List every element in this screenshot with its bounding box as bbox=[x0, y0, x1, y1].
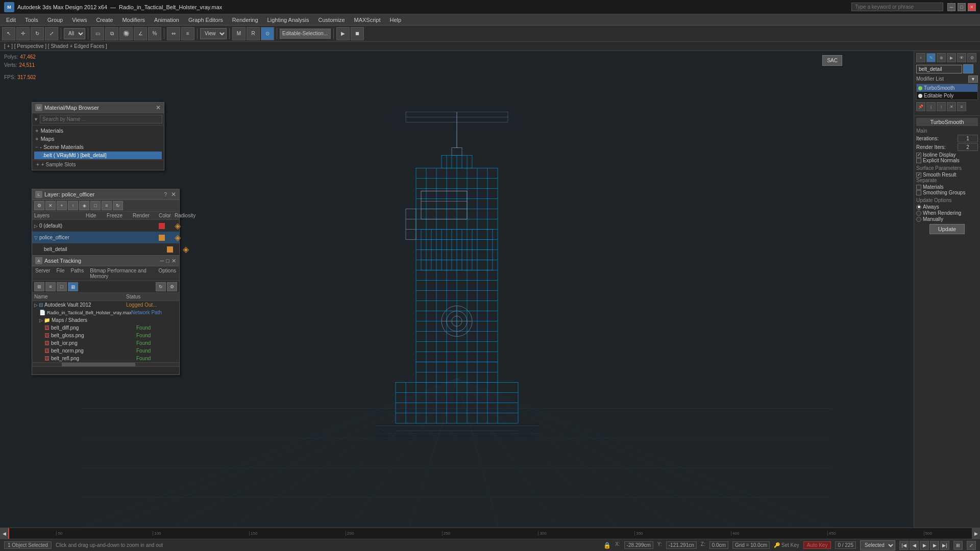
menu-tools[interactable]: Tools bbox=[21, 14, 42, 25]
menu-create[interactable]: Create bbox=[92, 14, 117, 25]
menu-rendering[interactable]: Rendering bbox=[228, 14, 262, 25]
asset-btn-3[interactable]: □ bbox=[57, 282, 67, 291]
close-button[interactable]: ✕ bbox=[968, 3, 976, 11]
layer-help-btn[interactable]: ? bbox=[164, 192, 167, 197]
named-selection-input[interactable] bbox=[280, 29, 331, 39]
scale-tool[interactable]: ⤢ bbox=[45, 27, 58, 40]
material-editor-btn[interactable]: M bbox=[232, 27, 246, 40]
asset-row-vault[interactable]: ▷ ⊟ Autodesk Vault 2012 Logged Out... bbox=[32, 301, 179, 309]
play-btn[interactable]: ▶ bbox=[920, 541, 929, 550]
scene-materials-item[interactable]: − - Scene Materials bbox=[33, 143, 163, 151]
create-panel-icon[interactable]: + bbox=[916, 53, 925, 62]
modifier-turbosm[interactable]: TurboSmooth bbox=[917, 84, 977, 92]
key-filter-dropdown[interactable]: Selected bbox=[860, 540, 895, 550]
timeline-track[interactable]: 50 100 150 200 250 300 350 400 450 500 bbox=[8, 528, 972, 539]
asset-menu-bitmap[interactable]: Bitmap Performance and Memory bbox=[90, 268, 152, 279]
mirror-btn[interactable]: ⇔ bbox=[167, 27, 180, 40]
asset-btn-4[interactable]: ▦ bbox=[68, 282, 78, 291]
mat-search-input[interactable] bbox=[40, 115, 162, 123]
select-tool[interactable]: ↖ bbox=[2, 27, 15, 40]
selection-filter-dropdown[interactable]: All bbox=[64, 28, 85, 39]
remove-modifier-icon[interactable]: ✕ bbox=[947, 102, 956, 111]
always-radio-btn[interactable] bbox=[916, 205, 921, 210]
modifier-dropdown-btn[interactable]: ▼ bbox=[968, 76, 978, 83]
modifier-editpoly[interactable]: Editable Poly bbox=[917, 92, 977, 99]
explicit-normals-checkbox[interactable] bbox=[916, 158, 921, 163]
asset-menu-options[interactable]: Options bbox=[159, 268, 176, 279]
layer-default-color[interactable] bbox=[159, 223, 165, 229]
hierarchy-panel-icon[interactable]: ⊕ bbox=[937, 53, 946, 62]
materials-checkbox[interactable] bbox=[916, 185, 921, 190]
timeline-back-btn[interactable]: ◀ bbox=[0, 528, 8, 539]
percent-snap-btn[interactable]: % bbox=[148, 27, 161, 40]
maps-tree-item[interactable]: + Maps bbox=[33, 135, 163, 143]
asset-scrollbar[interactable] bbox=[32, 362, 179, 366]
render-setup-btn[interactable]: R bbox=[247, 27, 260, 40]
layer-settings-btn[interactable]: ⚙ bbox=[34, 201, 44, 210]
layer-row-default[interactable]: ▷ 0 (default) ◈ bbox=[32, 220, 179, 232]
view-dropdown[interactable]: View bbox=[200, 28, 227, 39]
configure-icon[interactable]: ≡ bbox=[957, 102, 966, 111]
layer-select-btn[interactable]: ◈ bbox=[79, 201, 89, 210]
layer-close-btn[interactable]: ✕ bbox=[171, 191, 176, 198]
menu-animation[interactable]: Animation bbox=[150, 14, 183, 25]
smoothing-groups-checkbox[interactable] bbox=[916, 190, 921, 195]
mat-browser-close-btn[interactable]: ✕ bbox=[156, 104, 161, 111]
menu-views[interactable]: Views bbox=[68, 14, 91, 25]
object-name-input[interactable] bbox=[916, 65, 962, 73]
sac-button[interactable]: SAC bbox=[822, 55, 842, 66]
viewport-nav-btn[interactable]: ⊞ bbox=[953, 541, 963, 550]
modify-panel-icon[interactable]: ✎ bbox=[926, 53, 936, 62]
iterations-input[interactable] bbox=[958, 135, 978, 142]
timeline-forward-btn[interactable]: ▶ bbox=[972, 528, 980, 539]
window-cross-btn[interactable]: ⧉ bbox=[105, 27, 118, 40]
display-panel-icon[interactable]: 👁 bbox=[957, 53, 966, 62]
prev-frame-btn[interactable]: |◀ bbox=[899, 541, 909, 550]
next-key-btn[interactable]: ▶ bbox=[930, 541, 939, 550]
menu-help[interactable]: Help bbox=[386, 14, 406, 25]
autokey-button[interactable]: Auto Key bbox=[803, 541, 831, 549]
asset-row-file[interactable]: 📄 Radio_in_Tactical_Belt_Holster_vray.ma… bbox=[32, 309, 179, 316]
menu-maxscript[interactable]: MAXScript bbox=[350, 14, 385, 25]
object-color-swatch[interactable] bbox=[963, 64, 973, 73]
belt-material-entry[interactable]: .belt ( VRayMtl ) [belt_detail] bbox=[34, 152, 162, 159]
y-value[interactable]: -121.291cn bbox=[666, 541, 697, 549]
manually-radio-btn[interactable] bbox=[916, 217, 921, 222]
asset-scrollbar-thumb[interactable] bbox=[62, 363, 135, 366]
asset-menu-paths[interactable]: Paths bbox=[71, 268, 84, 279]
pin-stack-icon[interactable]: 📌 bbox=[916, 102, 925, 111]
menu-modifiers[interactable]: Modifiers bbox=[118, 14, 149, 25]
menu-group[interactable]: Group bbox=[43, 14, 67, 25]
asset-minimize-btn[interactable]: ─ bbox=[160, 258, 164, 264]
asset-btn-2[interactable]: ≡ bbox=[45, 282, 56, 291]
motion-panel-icon[interactable]: ▶ bbox=[947, 53, 956, 62]
asset-row-maps[interactable]: ▷ 📁 Maps / Shaders bbox=[32, 316, 179, 324]
time-display[interactable]: 0 / 225 bbox=[835, 541, 856, 549]
layer-refresh-btn[interactable]: ↻ bbox=[113, 201, 123, 210]
asset-row-belt-refl[interactable]: 🖼 belt_refl.png Found bbox=[32, 355, 179, 362]
asset-btn-1[interactable]: ⊞ bbox=[34, 282, 44, 291]
layer-row-police[interactable]: ▽ police_officer ◈ bbox=[32, 232, 179, 243]
smooth-result-checkbox[interactable]: ✓ bbox=[916, 172, 921, 178]
layer-obj-btn[interactable]: □ bbox=[90, 201, 101, 210]
asset-row-belt-norm[interactable]: 🖼 belt_norm.png Found bbox=[32, 347, 179, 355]
asset-path-input[interactable] bbox=[32, 366, 179, 374]
isoline-checkbox[interactable]: ✓ bbox=[916, 153, 921, 158]
render-btn[interactable]: ⊙ bbox=[261, 27, 274, 40]
asset-row-belt-gloss[interactable]: 🖼 belt_gloss.png Found bbox=[32, 332, 179, 339]
search-input[interactable] bbox=[851, 3, 943, 11]
asset-maximize-btn[interactable]: □ bbox=[166, 258, 169, 264]
asset-row-belt-ior[interactable]: 🖼 belt_ior.png Found bbox=[32, 339, 179, 347]
menu-edit[interactable]: Edit bbox=[2, 14, 20, 25]
asset-row-belt-diff[interactable]: 🖼 belt_diff.png Found bbox=[32, 324, 179, 332]
asset-menu-file[interactable]: File bbox=[56, 268, 64, 279]
make-unique-icon[interactable]: ↕ bbox=[937, 102, 946, 111]
utilities-panel-icon[interactable]: ⚙ bbox=[967, 53, 976, 62]
layer-prop-btn[interactable]: ≡ bbox=[102, 201, 112, 210]
layer-belt-color[interactable] bbox=[167, 246, 173, 253]
layer-delete-btn[interactable]: ✕ bbox=[45, 201, 56, 210]
zoom-extents-btn[interactable]: ⤢ bbox=[967, 541, 976, 550]
angle-snap-btn[interactable]: ∠ bbox=[134, 27, 147, 40]
menu-graph-editors[interactable]: Graph Editors bbox=[184, 14, 227, 25]
layer-police-color[interactable] bbox=[159, 235, 165, 241]
